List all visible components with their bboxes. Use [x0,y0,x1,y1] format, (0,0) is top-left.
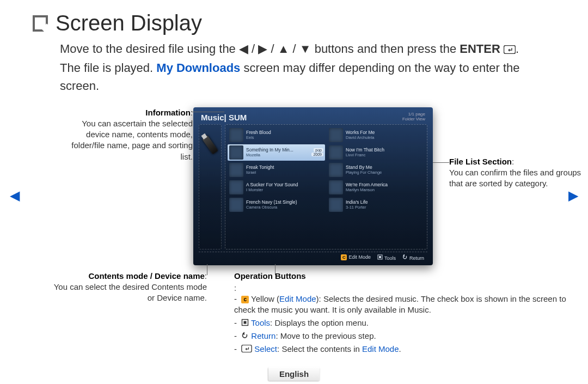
intro-paragraph: Move to the desired file using the ◀ / ▶… [60,40,539,95]
track-row[interactable]: Something In My Min...Mozellapop2009 [228,144,325,161]
callout-information: Information: You can ascertain the selec… [68,107,193,162]
track-row[interactable]: We're From AmericaMarilyn Manson [327,179,425,196]
track-row[interactable]: Freak TonightIsrael [228,162,325,178]
track-name: A Sucker For Your Sound [246,182,323,187]
track-artist: Israel [246,170,323,175]
page-indicator: 1/1 page [402,112,425,117]
tools-icon [377,255,383,261]
track-name: Stand By Me [346,164,423,170]
callout-contents-mode: Contents mode / Device name: You can sel… [49,271,207,304]
svg-rect-4 [244,321,247,324]
album-thumb [329,180,343,194]
track-row[interactable]: Fresh BloodEels [228,127,325,143]
album-thumb [229,163,243,177]
track-name: Now I'm That Bitch [346,147,423,153]
album-thumb [329,128,343,142]
c-key-icon: c [241,296,249,303]
svg-rect-5 [242,345,252,352]
track-name: Fresh Blood [246,130,323,135]
track-artist: Camera Obscura [246,205,323,210]
operation-bar: CEdit Mode Tools Return [199,252,427,261]
track-artist: Mozella [246,153,309,157]
view-mode: Folder View [402,117,425,122]
enter-icon [241,344,252,355]
file-list: Fresh BloodEelsSomething In My Min...Moz… [225,124,427,249]
track-artist: Livvi Franc [346,153,423,157]
prev-page-arrow[interactable]: ◀ [10,188,20,203]
bookmark-icon [33,15,48,32]
tools-icon [241,318,249,329]
album-thumb [329,163,343,177]
track-name: French Navy (1st Single) [246,199,323,205]
track-name: We're From America [346,182,423,187]
track-name: Freak Tonight [246,164,323,170]
album-thumb [329,145,343,160]
track-artist: 3-11 Porter [346,205,423,210]
svg-rect-2 [379,256,381,258]
next-page-arrow[interactable]: ▶ [568,188,578,203]
device-sidebar [199,124,222,249]
track-row[interactable]: Works For MeDavid Archuleta [327,127,425,143]
album-thumb [229,180,243,194]
track-row[interactable]: Stand By MePlaying For Change [327,162,425,178]
album-thumb [329,198,343,212]
album-thumb [229,128,243,142]
track-row[interactable]: India's Life3-11 Porter [327,197,425,213]
c-key-icon: C [341,254,347,260]
callout-file-list: File List Section: You can confirm the f… [449,156,583,190]
track-row[interactable]: Now I'm That BitchLivvi Franc [327,144,425,161]
track-name: India's Life [346,199,423,205]
language-badge: English [268,367,320,381]
album-thumb [229,145,243,160]
screen-mode-title: Music [201,113,224,122]
enter-icon [504,41,516,59]
usb-icon [202,136,218,155]
return-icon [402,255,408,261]
svg-rect-0 [504,45,515,53]
track-name: Something In My Min... [246,147,309,153]
return-icon [241,331,249,342]
page-title: Screen Display [56,11,202,35]
music-screenshot: Music| SUM 1/1 page Folder View Fresh Bl… [193,107,433,265]
track-artist: David Archuleta [346,135,423,140]
track-artist: I Monster [246,187,323,192]
track-row[interactable]: A Sucker For Your SoundI Monster [228,179,325,196]
track-artist: Playing For Change [346,170,423,175]
track-name: Works For Me [346,130,423,135]
callout-operation-buttons: Operation Buttons: - c Yellow (Edit Mode… [234,271,588,357]
track-row[interactable]: French Navy (1st Single)Camera Obscura [228,197,325,213]
track-artist: Marilyn Manson [346,187,423,192]
album-thumb [229,198,243,212]
track-artist: Eels [246,135,323,140]
